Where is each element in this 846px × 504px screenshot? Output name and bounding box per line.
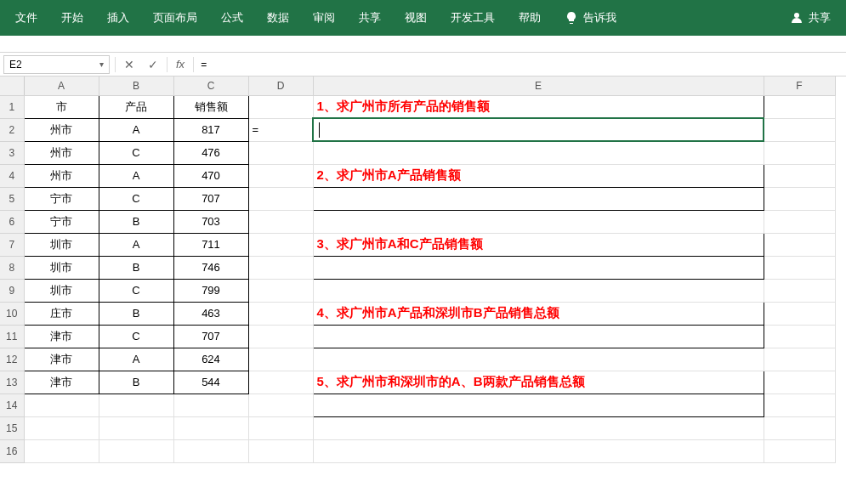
cell[interactable]: 463	[173, 302, 248, 325]
cell[interactable]	[764, 302, 835, 325]
cell[interactable]	[313, 210, 764, 233]
cell[interactable]	[313, 394, 764, 416]
ribbon-tab-help[interactable]: 帮助	[507, 0, 553, 36]
col-header-A[interactable]: A	[24, 76, 99, 95]
row-header[interactable]: 3	[0, 141, 24, 164]
cell[interactable]	[248, 302, 313, 325]
col-header-D[interactable]: D	[248, 76, 313, 95]
cell[interactable]: 州市	[24, 141, 99, 164]
row-header[interactable]: 12	[0, 348, 24, 371]
cell[interactable]: 746	[173, 256, 248, 279]
row-header[interactable]: 1	[0, 95, 24, 118]
row-header[interactable]: 4	[0, 164, 24, 187]
cell[interactable]	[248, 371, 313, 394]
row-header[interactable]: 15	[0, 416, 24, 439]
cell[interactable]	[313, 187, 764, 210]
cell[interactable]: B	[99, 302, 173, 325]
cell[interactable]: A	[99, 348, 173, 371]
cell[interactable]: 圳市	[24, 233, 99, 256]
col-header-B[interactable]: B	[99, 76, 173, 95]
cell[interactable]	[764, 210, 835, 233]
cell[interactable]	[24, 416, 99, 439]
row-header[interactable]: 2	[0, 118, 24, 141]
ribbon-tab-review[interactable]: 审阅	[301, 0, 347, 36]
cell[interactable]	[313, 256, 764, 279]
cell[interactable]: C	[99, 187, 173, 210]
cell[interactable]: 2、求广州市A产品销售额	[313, 164, 764, 187]
cell[interactable]	[764, 439, 835, 462]
cell[interactable]: 圳市	[24, 279, 99, 302]
cell[interactable]	[313, 325, 764, 348]
cell[interactable]	[313, 416, 764, 439]
cell[interactable]: 624	[173, 348, 248, 371]
name-box[interactable]: E2 ▾	[3, 55, 110, 74]
cell[interactable]: 711	[173, 233, 248, 256]
row-header[interactable]: 5	[0, 187, 24, 210]
row-header[interactable]: 16	[0, 439, 24, 462]
row-header[interactable]: 7	[0, 233, 24, 256]
cell[interactable]	[248, 233, 313, 256]
cell[interactable]: 5、求广州市和深圳市的A、B两款产品销售总额	[313, 371, 764, 394]
cell[interactable]	[248, 95, 313, 118]
grid[interactable]: A B C D E F 1 市 产品 销售额 1、求广州市所有产品的销售额 2 …	[0, 76, 846, 504]
cell[interactable]	[173, 394, 248, 416]
row-header[interactable]: 6	[0, 210, 24, 233]
row-header[interactable]: 11	[0, 325, 24, 348]
cell[interactable]	[248, 164, 313, 187]
cell[interactable]: 707	[173, 187, 248, 210]
cell[interactable]: 476	[173, 141, 248, 164]
row-header[interactable]: 10	[0, 302, 24, 325]
cell[interactable]	[313, 279, 764, 302]
cell[interactable]: 津市	[24, 371, 99, 394]
cell[interactable]	[248, 325, 313, 348]
cell[interactable]: B	[99, 256, 173, 279]
cell[interactable]: 707	[173, 325, 248, 348]
cell[interactable]	[248, 256, 313, 279]
cell[interactable]: 庄市	[24, 302, 99, 325]
cell[interactable]	[248, 279, 313, 302]
ribbon-tab-share[interactable]: 共享	[347, 0, 393, 36]
cell[interactable]	[313, 348, 764, 371]
ribbon-tab-view[interactable]: 视图	[393, 0, 439, 36]
cell[interactable]: 圳市	[24, 256, 99, 279]
row-header[interactable]: 14	[0, 394, 24, 416]
cell[interactable]	[24, 439, 99, 462]
row-header[interactable]: 13	[0, 371, 24, 394]
cell[interactable]: 津市	[24, 325, 99, 348]
cell[interactable]: 市	[24, 95, 99, 118]
col-header-C[interactable]: C	[173, 76, 248, 95]
share-button[interactable]: 共享	[778, 0, 843, 36]
cell[interactable]: 3、求广州市A和C产品销售额	[313, 233, 764, 256]
cell[interactable]: C	[99, 279, 173, 302]
cell[interactable]	[99, 416, 173, 439]
col-header-F[interactable]: F	[764, 76, 835, 95]
ribbon-tab-home[interactable]: 开始	[49, 0, 95, 36]
cell[interactable]: A	[99, 164, 173, 187]
cell[interactable]	[248, 416, 313, 439]
formula-input[interactable]	[196, 55, 846, 74]
tell-me[interactable]: 告诉我	[553, 0, 628, 36]
active-cell[interactable]	[313, 118, 764, 141]
cell[interactable]	[764, 394, 835, 416]
row-header[interactable]: 9	[0, 279, 24, 302]
ribbon-tab-data[interactable]: 数据	[255, 0, 301, 36]
cell[interactable]	[764, 416, 835, 439]
cell[interactable]	[173, 416, 248, 439]
cell[interactable]: 津市	[24, 348, 99, 371]
cell[interactable]	[24, 394, 99, 416]
cell[interactable]: 799	[173, 279, 248, 302]
ribbon-tab-layout[interactable]: 页面布局	[141, 0, 209, 36]
cell[interactable]: C	[99, 141, 173, 164]
cell[interactable]: 州市	[24, 164, 99, 187]
select-all-corner[interactable]	[0, 76, 24, 95]
ribbon-tab-insert[interactable]: 插入	[95, 0, 141, 36]
cell[interactable]: 703	[173, 210, 248, 233]
cell[interactable]: 817	[173, 118, 248, 141]
cell[interactable]	[248, 210, 313, 233]
cell[interactable]	[248, 394, 313, 416]
cell[interactable]: 1、求广州市所有产品的销售额	[313, 95, 764, 118]
cell[interactable]	[764, 348, 835, 371]
cell[interactable]	[764, 164, 835, 187]
cell[interactable]: 州市	[24, 118, 99, 141]
cell[interactable]	[99, 439, 173, 462]
